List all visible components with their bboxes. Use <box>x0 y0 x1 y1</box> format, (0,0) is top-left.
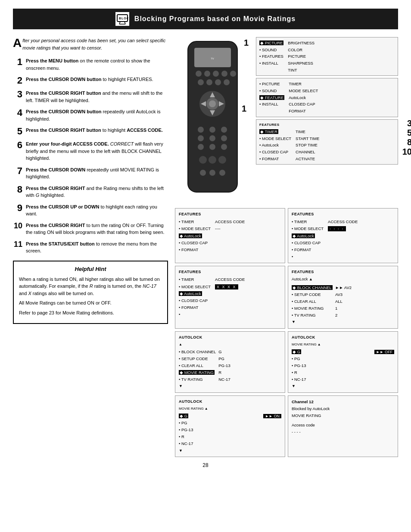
p6-i6: • <box>179 311 211 318</box>
remote-svg: TV <box>175 37 250 203</box>
step-11: 11 Press the STATUS/EXIT button to remov… <box>13 240 168 255</box>
header-title: Blocking Programs based on Movie Ratings <box>134 15 296 23</box>
p9-title: AutoLock <box>292 334 394 341</box>
left-column: A fter your personal access code has bee… <box>13 37 168 457</box>
access-code-xxxx: X X X X <box>215 284 238 289</box>
mp3-item5: • FORMAT <box>259 156 291 162</box>
mp2-item3: ◆ FEATURE <box>259 94 284 101</box>
p7-r5: 2 <box>335 312 352 319</box>
mp1-item1: ◆ PICTURE <box>259 40 283 47</box>
mp2-r1: TIMER <box>289 81 318 87</box>
num-8: 8 <box>407 137 411 147</box>
panel-g-off: AutoLock MOVIE RATING ▲ ◆ G ►► OFF • PG … <box>288 331 398 393</box>
mp2-r3: AutoLock <box>289 94 318 101</box>
menu-panel-features: • PICTURE • SOUND ◆ FEATURE • INSTALL TI… <box>256 78 398 117</box>
drop-cap: A <box>13 37 22 49</box>
p4-i3: ◆ AutoLock <box>179 233 211 240</box>
step-7: 7 Press the CURSOR DOWN repeatedly until… <box>13 166 168 180</box>
panel-access-dashes: FEATURES • TIMER • MODE SELECT ◆ AutoLoc… <box>288 208 398 263</box>
p9-i2: • PG-13 <box>292 362 394 369</box>
step-text-3: Press the CURSOR RIGHT button and the me… <box>26 90 168 104</box>
step-3: 3 Press the CURSOR RIGHT button and the … <box>13 90 168 104</box>
svg-point-15 <box>224 79 230 85</box>
panel-access-xxxx: FEATURES • TIMER • MODE SELECT ◆ AutoLoc… <box>175 266 285 329</box>
header-icon: BLOCK <box>115 12 129 26</box>
p8-i5: • TV RATING <box>179 376 216 383</box>
mp3-r3: STOP TIME <box>296 142 319 149</box>
step-num-2: 2 <box>13 76 22 85</box>
panel-channel-blocked: Channel 12 Blocked by AutoLock MOVIE RAT… <box>288 395 398 457</box>
p9-i1: • PG <box>292 355 394 362</box>
svg-point-26 <box>198 135 204 141</box>
svg-point-30 <box>209 144 215 150</box>
p7-r2: AV3 <box>335 291 352 298</box>
mp1-item3: • FEATURES <box>259 53 283 60</box>
p6-r2: X X X X <box>215 283 245 290</box>
step-2: 2 Press the CURSOR DOWN button to highli… <box>13 76 168 85</box>
p11-line4: Access code <box>292 422 394 429</box>
p4-i1: • TIMER <box>179 218 211 225</box>
step-9: 9 Press the CURSOR UP or DOWN to highlig… <box>13 203 168 218</box>
step-4: 4 Press the CURSOR DOWN button repeatedl… <box>13 108 168 122</box>
svg-point-37 <box>219 170 225 176</box>
step-text-8: Press the CURSOR RIGHT and the Rating me… <box>26 185 168 199</box>
svg-point-8 <box>204 71 210 77</box>
p5-i3: ◆ AutoLock <box>292 233 324 240</box>
step-1: 1 Press the MENU button on the remote co… <box>13 57 168 72</box>
mp2-item4: • INSTALL <box>259 101 284 108</box>
intro-body: fter your personal access code has been … <box>22 38 165 50</box>
top-area: TV 1 1 ◆ PICTURE • SOUND <box>175 37 398 204</box>
p11-line2: Blocked by AutoLock <box>292 405 394 412</box>
p4-r2: ---- <box>215 225 245 232</box>
panels-stack: 1 ◆ PICTURE • SOUND • FEATURES • INSTALL <box>256 37 398 204</box>
mp3-item1: ◆ TIMER <box>259 128 291 135</box>
p8-r5: NC-17 <box>218 376 230 383</box>
svg-point-36 <box>209 170 215 176</box>
svg-point-31 <box>221 144 227 150</box>
p7-r4: 1 <box>335 305 352 312</box>
mp3-item4: • CLOSED CAP <box>259 149 291 156</box>
p5-i6: • <box>292 253 324 260</box>
p5-i2: • MODE SELECT <box>292 225 324 232</box>
svg-point-32 <box>199 156 207 164</box>
p10-arrow-down: ▼ <box>179 448 281 454</box>
mp2-r4: CLOSED CAP <box>289 101 318 108</box>
step-text-11: Press the STATUS/EXIT button to remove t… <box>26 240 168 255</box>
p11-line3: MOVIE RATING <box>292 412 394 419</box>
p7-i4: • MOVIE RATING <box>292 305 333 312</box>
right-column: TV 1 1 ◆ PICTURE • SOUND <box>175 37 398 457</box>
p11-line5: - - - - <box>292 429 394 436</box>
panel-row-2: • PICTURE • SOUND ◆ FEATURE • INSTALL TI… <box>256 78 398 117</box>
p6-title: FEATURES <box>179 269 281 275</box>
svg-point-10 <box>221 71 227 77</box>
p10-i2: • PG-13 <box>179 426 281 433</box>
svg-point-14 <box>215 79 221 85</box>
p10-i3: • R <box>179 433 281 440</box>
step-num-4: 4 <box>13 108 22 118</box>
mp2-r2: MODE SELECT <box>289 87 318 94</box>
p5-i5: • FORMAT <box>292 246 324 253</box>
p5-i4: • CLOSED CAP <box>292 240 324 246</box>
p10-i4: • NC-17 <box>179 440 281 447</box>
svg-point-7 <box>196 71 202 77</box>
p4-i2: • MODE SELECT <box>179 225 211 232</box>
p7-i2: • SETUP CODE <box>292 291 333 298</box>
p9-i3: • R <box>292 369 394 376</box>
svg-point-33 <box>209 156 216 164</box>
num-10: 10 <box>402 147 411 157</box>
hint-title: Helpful Hint <box>19 266 162 272</box>
mp1-r5: TINT <box>288 67 314 74</box>
step-text-7: Press the CURSOR DOWN repeatedly until M… <box>26 166 168 180</box>
svg-point-27 <box>209 135 215 141</box>
p8-r2: PG <box>218 355 230 362</box>
p4-title: FEATURES <box>179 211 281 218</box>
p9-arrow-down: ▼ <box>292 383 394 389</box>
svg-point-11 <box>230 71 236 77</box>
p10-subtitle: MOVIE RATING ▲ <box>179 406 281 412</box>
svg-point-13 <box>206 79 212 85</box>
step-num-11: 11 <box>13 240 22 248</box>
svg-point-29 <box>198 144 204 150</box>
step-num-1: 1 <box>13 57 22 67</box>
mp2-item2: • SOUND <box>259 87 284 94</box>
p8-i1: • BLOCK CHANNEL <box>179 348 216 355</box>
